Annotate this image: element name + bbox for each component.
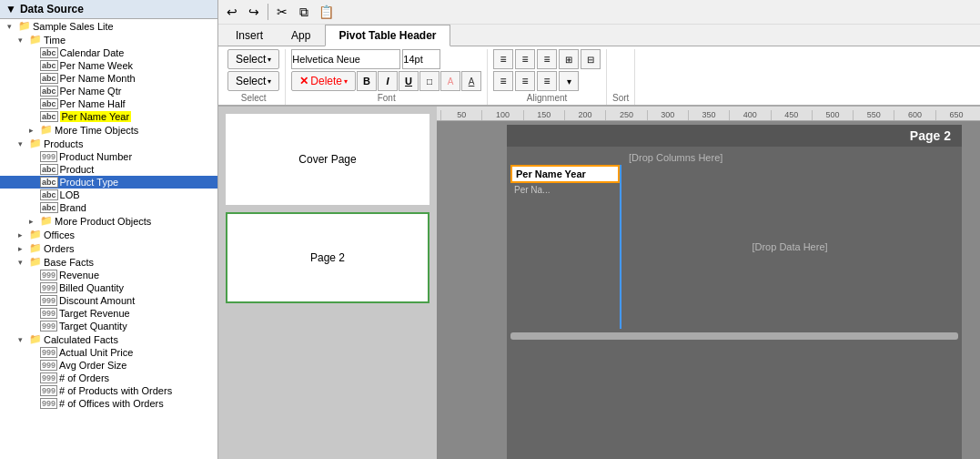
tree-item-orders[interactable]: ▸ 📁Orders	[0, 241, 217, 255]
field-abc-icon: abc	[40, 47, 58, 58]
horizontal-scrollbar[interactable]	[510, 332, 958, 340]
tab-insert[interactable]: Insert	[222, 25, 277, 46]
tree-item-discount-amount[interactable]: 999Discount Amount	[0, 294, 217, 307]
align-left-top-button[interactable]: ≡	[493, 49, 513, 69]
tree-item-revenue[interactable]: 999Revenue	[0, 269, 217, 281]
tree-item-base-facts[interactable]: ▾ 📁Base Facts	[0, 255, 217, 269]
font-controls-row2: ✕ Delete ▾ B I U □ A A	[291, 71, 481, 91]
delete-button[interactable]: ✕ Delete ▾	[291, 71, 356, 91]
tree-item-num-offices[interactable]: 999# of Offices with Orders	[0, 397, 217, 410]
tree-item-label: Products	[44, 138, 83, 149]
tree-item-per-name-half[interactable]: abcPer Name Half	[0, 97, 217, 110]
cut-button[interactable]: ✂	[272, 2, 292, 22]
tree-item-product-number[interactable]: 999Product Number	[0, 150, 217, 163]
highlight-button[interactable]: A	[440, 71, 460, 91]
tree-item-label: # of Offices with Orders	[59, 398, 164, 409]
folder-icon: 📁	[29, 229, 42, 240]
tree-item-sample-sales[interactable]: ▾ 📁Sample Sales Lite	[0, 19, 217, 33]
tree-item-calculated-facts[interactable]: ▾ 📁Calculated Facts	[0, 332, 217, 346]
tree-item-label: Product Number	[59, 151, 132, 162]
tab-pivot-table-header[interactable]: Pivot Table Header	[325, 25, 450, 46]
underline-button[interactable]: U	[399, 71, 419, 91]
pivot-data-area: [Drop Data Here]	[621, 165, 958, 329]
folder-icon: 📁	[18, 20, 31, 32]
tree-item-per-name-week[interactable]: abcPer Name Week	[0, 59, 217, 72]
tree-item-label: Target Quantity	[59, 321, 127, 332]
top-icon-bar: ↩ ↪ ✂ ⧉ 📋	[218, 0, 980, 25]
select-group-label: Select	[227, 93, 279, 103]
tree-item-billed-quantity[interactable]: 999Billed Quantity	[0, 281, 217, 294]
align-right-button[interactable]: ≡	[537, 71, 557, 91]
tree-item-product-type[interactable]: abcProduct Type	[0, 176, 217, 189]
field-999-icon: 999	[40, 385, 57, 396]
alignment-controls-row2: ≡ ≡ ≡ ▾	[493, 71, 601, 91]
tab-app[interactable]: App	[278, 25, 324, 46]
tree-item-label: Base Facts	[44, 257, 94, 268]
align-center-top-button[interactable]: ≡	[515, 49, 535, 69]
expand-icon: ▸	[18, 244, 27, 253]
paste-button[interactable]: 📋	[316, 2, 336, 22]
tree-item-offices[interactable]: ▸ 📁Offices	[0, 228, 217, 241]
justify-left-button[interactable]: ⊞	[559, 49, 579, 69]
folder-icon: 📁	[29, 256, 42, 268]
cover-page-label: Cover Page	[298, 153, 356, 166]
tree-item-target-revenue[interactable]: 999Target Revenue	[0, 307, 217, 320]
redo-button[interactable]: ↪	[244, 2, 264, 22]
expand-icon: ▸	[29, 217, 38, 226]
data-source-title: Data Source	[20, 3, 84, 15]
tree-item-label: Revenue	[59, 270, 99, 280]
tree-item-per-name-qtr[interactable]: abcPer Name Qtr	[0, 85, 217, 97]
field-abc-icon: abc	[40, 73, 58, 84]
undo-button[interactable]: ↩	[222, 2, 242, 22]
ruler-mark: 100	[481, 110, 522, 120]
text-color-button[interactable]: A	[461, 71, 481, 91]
tree-item-per-name-month[interactable]: abcPer Name Month	[0, 72, 217, 85]
pivot-row-header: Per Name Year Per Na...	[510, 165, 620, 329]
ruler-mark: 500	[812, 110, 853, 120]
select-button-bottom[interactable]: Select ▾	[227, 71, 279, 91]
select-button-top[interactable]: Select ▾	[227, 49, 279, 69]
right-panel: ↩ ↪ ✂ ⧉ 📋 Insert App Pivot Table Header	[218, 0, 980, 459]
tree-item-calendar-date[interactable]: abcCalendar Date	[0, 46, 217, 59]
font-group-label: Font	[291, 93, 481, 103]
tree-item-lob[interactable]: abcLOB	[0, 189, 217, 201]
tree-item-label: Calendar Date	[60, 47, 125, 58]
tree-item-num-orders[interactable]: 999# of Orders	[0, 372, 217, 384]
align-center-button[interactable]: ≡	[515, 71, 535, 91]
expand-icon: ▾	[18, 258, 27, 267]
justify-right-button[interactable]: ⊟	[581, 49, 601, 69]
copy-button[interactable]: ⧉	[294, 2, 314, 22]
align-right-top-button[interactable]: ≡	[537, 49, 557, 69]
outline-button[interactable]: □	[419, 71, 439, 91]
folder-icon: 📁	[40, 124, 53, 136]
tree-item-more-product[interactable]: ▸ 📁More Product Objects	[0, 214, 217, 228]
folder-icon: 📁	[29, 138, 42, 149]
italic-button[interactable]: I	[378, 71, 398, 91]
collapse-icon[interactable]: ▼	[5, 3, 16, 15]
tree-item-label: Billed Quantity	[59, 282, 124, 293]
tree-item-actual-unit-price[interactable]: 999Actual Unit Price	[0, 346, 217, 359]
drop-columns-hint: [Drop Columns Here]	[510, 150, 958, 165]
tree-item-target-quantity[interactable]: 999Target Quantity	[0, 320, 217, 332]
more-options-button[interactable]: ▾	[559, 71, 579, 91]
bold-button[interactable]: B	[357, 71, 377, 91]
tree-item-num-products[interactable]: 999# of Products with Orders	[0, 384, 217, 397]
font-size-input[interactable]	[402, 49, 440, 69]
tree-item-more-time[interactable]: ▸ 📁More Time Objects	[0, 123, 217, 137]
tree-item-per-name-year[interactable]: abcPer Name Year	[0, 110, 217, 123]
align-left-button[interactable]: ≡	[493, 71, 513, 91]
canvas-page-title: Page 2	[507, 125, 962, 147]
data-source-header: ▼ Data Source	[0, 0, 217, 19]
font-name-input[interactable]	[291, 49, 400, 69]
tree-item-label: Avg Order Size	[59, 360, 126, 371]
tree-item-brand[interactable]: abcBrand	[0, 201, 217, 214]
tree-item-product[interactable]: abcProduct	[0, 163, 217, 176]
ruler-mark: 400	[729, 110, 770, 120]
page-thumb-page2[interactable]: Page 2	[226, 212, 429, 303]
ribbon-tabs: Insert App Pivot Table Header	[218, 25, 980, 46]
tree-item-avg-order-size[interactable]: 999Avg Order Size	[0, 359, 217, 372]
page-thumb-cover[interactable]: Cover Page	[226, 114, 429, 205]
tree-item-label: Product Type	[60, 177, 119, 188]
tree-item-products[interactable]: ▾ 📁Products	[0, 137, 217, 150]
tree-item-time[interactable]: ▾ 📁Time	[0, 33, 217, 46]
